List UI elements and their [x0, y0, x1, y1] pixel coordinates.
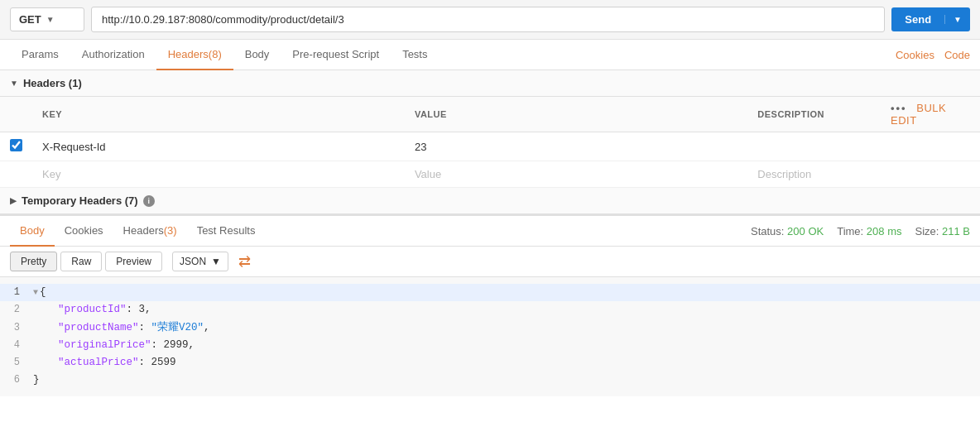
line-content: "actualPrice": 2599 — [30, 354, 176, 372]
temp-toggle-icon: ▶ — [10, 196, 17, 205]
placeholder-description[interactable]: Description — [747, 161, 881, 188]
code-line: 6 } — [0, 372, 980, 389]
info-icon[interactable]: i — [143, 195, 155, 207]
status-value: 200 OK — [787, 225, 824, 237]
tab-pre-request-script[interactable]: Pre-request Script — [281, 40, 391, 70]
placeholder-key[interactable]: Key — [32, 161, 405, 188]
temp-headers-title: Temporary Headers (7) — [22, 194, 138, 207]
line-num: 1 — [0, 284, 30, 300]
json-toggle-icon[interactable]: ▼ — [33, 288, 38, 297]
row-description[interactable] — [747, 132, 881, 161]
temp-headers-section[interactable]: ▶ Temporary Headers (7) i — [0, 188, 980, 214]
col-desc-header: DESCRIPTION — [747, 97, 881, 132]
tab-body[interactable]: Body — [233, 40, 281, 70]
code-link[interactable]: Code — [944, 49, 970, 61]
col-value-header: VALUE — [405, 97, 747, 132]
preview-btn[interactable]: Preview — [105, 252, 162, 271]
headers-section-header[interactable]: ▼ Headers (1) — [0, 70, 980, 97]
top-bar: GET ▼ Send ▼ — [0, 0, 980, 40]
pretty-btn[interactable]: Pretty — [10, 252, 57, 271]
send-label: Send — [891, 13, 944, 26]
size-label: Size: 211 B — [915, 225, 970, 237]
req-tabs-right: Cookies Code — [896, 49, 970, 61]
res-tab-headers[interactable]: Headers(3) — [113, 216, 187, 247]
res-tab-body[interactable]: Body — [10, 216, 55, 247]
row-checkbox-cell — [0, 132, 32, 161]
response-tabs-bar: Body Cookies Headers(3) Test Results Sta… — [0, 216, 980, 247]
headers-table: KEY VALUE DESCRIPTION ••• Bulk Edit X-Re… — [0, 97, 980, 188]
wrap-btn[interactable]: ⇄ — [238, 252, 251, 271]
line-content: ▼{ — [30, 284, 46, 301]
col-key-header: KEY — [32, 97, 405, 132]
response-section: Body Cookies Headers(3) Test Results Sta… — [0, 214, 980, 396]
code-line: 4 "originalPrice": 2999, — [0, 337, 980, 354]
headers-section-title: Headers (1) — [23, 77, 82, 89]
col-checkbox — [0, 97, 32, 132]
headers-toggle-icon: ▼ — [10, 79, 18, 88]
request-tabs: Params Authorization Headers(8) Body Pre… — [0, 40, 980, 70]
send-button[interactable]: Send ▼ — [891, 7, 970, 31]
raw-btn[interactable]: Raw — [60, 252, 102, 271]
placeholder-value[interactable]: Value — [405, 161, 747, 188]
table-row-placeholder: Key Value Description — [0, 161, 980, 188]
line-num: 3 — [0, 319, 30, 336]
code-line: 5 "actualPrice": 2599 — [0, 354, 980, 372]
time-value: 208 ms — [867, 225, 902, 237]
cookies-link[interactable]: Cookies — [896, 49, 934, 61]
tab-params[interactable]: Params — [10, 40, 70, 70]
res-tab-cookies[interactable]: Cookies — [55, 216, 113, 247]
code-line: 1 ▼{ — [0, 284, 980, 301]
line-num: 2 — [0, 301, 30, 318]
method-select[interactable]: GET ▼ — [10, 7, 84, 31]
row-key[interactable]: X-Request-Id — [32, 132, 405, 161]
method-label: GET — [19, 13, 41, 26]
res-tab-test-results[interactable]: Test Results — [187, 216, 266, 247]
tab-tests[interactable]: Tests — [391, 40, 439, 70]
format-chevron-icon: ▼ — [211, 256, 221, 267]
url-input[interactable] — [91, 7, 885, 32]
status-label: Status: 200 OK — [751, 225, 824, 237]
table-row: X-Request-Id 23 — [0, 132, 980, 161]
col-actions-header: ••• Bulk Edit — [881, 97, 980, 132]
more-options-btn[interactable]: ••• — [891, 102, 907, 114]
tab-headers[interactable]: Headers(8) — [156, 40, 233, 70]
code-line: 2 "productId": 3, — [0, 301, 980, 319]
time-label: Time: 208 ms — [837, 225, 901, 237]
line-content: } — [30, 372, 40, 389]
format-label: JSON — [180, 256, 206, 267]
line-content: "productName": "荣耀V20", — [30, 319, 210, 337]
code-line: 3 "productName": "荣耀V20", — [0, 319, 980, 337]
line-content: "originalPrice": 2999, — [30, 337, 195, 354]
response-status-bar: Status: 200 OK Time: 208 ms Size: 211 B — [751, 225, 970, 237]
format-select[interactable]: JSON ▼ — [172, 252, 228, 271]
size-value: 211 B — [942, 225, 970, 237]
tab-authorization[interactable]: Authorization — [70, 40, 156, 70]
viewer-bar: Pretty Raw Preview JSON ▼ ⇄ — [0, 247, 980, 277]
line-num: 4 — [0, 337, 30, 353]
row-value[interactable]: 23 — [405, 132, 747, 161]
line-num: 6 — [0, 372, 30, 388]
send-arrow-icon[interactable]: ▼ — [944, 15, 970, 24]
row-checkbox[interactable] — [10, 139, 22, 151]
code-block: 1 ▼{ 2 "productId": 3, 3 "productName": … — [0, 277, 980, 396]
line-num: 5 — [0, 354, 30, 371]
headers-section: ▼ Headers (1) KEY VALUE DESCRIPTION ••• … — [0, 70, 980, 188]
row-actions — [881, 132, 980, 161]
line-content: "productId": 3, — [30, 301, 151, 319]
method-chevron-icon: ▼ — [46, 15, 55, 24]
